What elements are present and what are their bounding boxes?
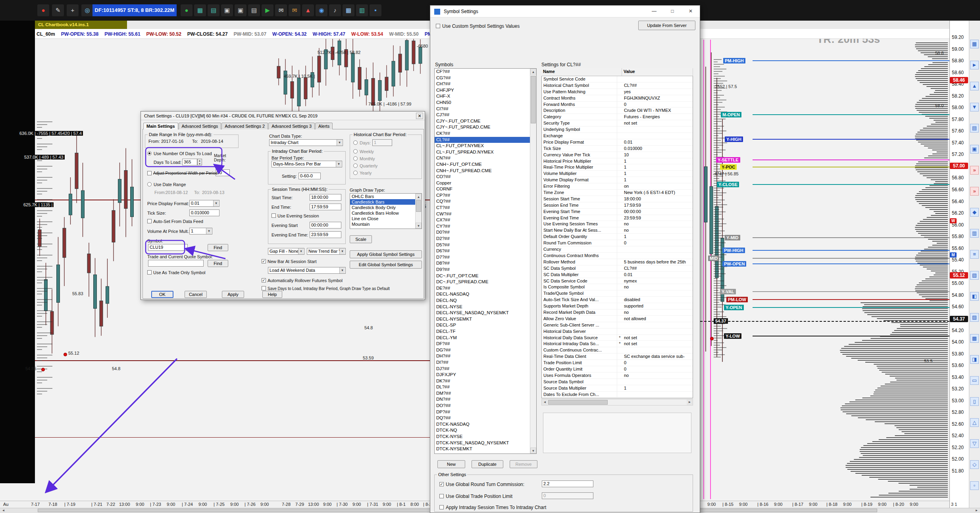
trade-only-checkbox[interactable] bbox=[147, 270, 152, 275]
symbol-list-item[interactable]: DM?## bbox=[435, 390, 530, 397]
historical-yearly-radio[interactable] bbox=[353, 171, 358, 175]
settings-table-row[interactable]: Session Start Time18:00:00 bbox=[542, 196, 693, 202]
symbol-input[interactable]: CLU19 bbox=[148, 244, 188, 251]
settings-table-row[interactable]: DescriptionCrude Oil WTI - NYMEX bbox=[542, 108, 693, 114]
symbol-list-item[interactable]: CN?## bbox=[435, 155, 530, 161]
expand-up-icon[interactable]: ▲ bbox=[970, 82, 979, 90]
settings-table-row[interactable]: Custom Continuous Contrac... bbox=[542, 347, 693, 354]
symbol-list-item[interactable]: CL?## bbox=[435, 137, 530, 143]
symbol-list-item[interactable]: CP?## bbox=[435, 192, 530, 199]
dom-panel-icon[interactable]: ▣ bbox=[970, 145, 979, 154]
settings-table-row[interactable]: Generic Sub-Client Server ... bbox=[542, 322, 693, 329]
symbol-list-item[interactable]: CJ?## bbox=[435, 112, 530, 118]
symbol-list-item[interactable]: CI?## bbox=[435, 106, 530, 112]
use-date-range-radio[interactable] bbox=[147, 182, 152, 186]
symbol-list-item[interactable]: CL~.FUT_OPT.NYMEX bbox=[435, 143, 530, 149]
settings-table-row[interactable]: Auto-Set Tick Size And Val...disabled bbox=[542, 297, 693, 303]
tick-size-input[interactable]: 0.010000 bbox=[189, 209, 219, 216]
cancel-button[interactable]: Cancel bbox=[185, 291, 207, 298]
settings-table-row[interactable]: Evening Start Time00:00:00 bbox=[542, 209, 693, 215]
rect-tool-icon[interactable]: ▭ bbox=[970, 376, 979, 385]
market-depth-input[interactable]: 10 bbox=[216, 169, 230, 176]
fast-forward-icon[interactable]: » bbox=[970, 166, 979, 175]
symbol-list-item[interactable]: CH?## bbox=[435, 81, 530, 87]
settings-table-row[interactable]: Real-Time Price Multiplier1 bbox=[542, 164, 693, 171]
new-bar-at-session-start-checkbox[interactable] bbox=[262, 259, 266, 263]
settings-table-row[interactable]: Contract MonthsFGHJKMNQUVXZ bbox=[542, 95, 693, 102]
evening-end-input[interactable]: 23:59:59 bbox=[310, 231, 341, 238]
settings-table-row[interactable]: Order Quantity Limit0 bbox=[542, 366, 693, 373]
symbol-list-item[interactable]: CORNF bbox=[435, 186, 530, 192]
settings-table-row[interactable]: Trade Position Limit0 bbox=[542, 360, 693, 366]
apply-button[interactable]: Apply bbox=[222, 291, 244, 298]
symbol-list-item[interactable]: DP?## bbox=[435, 409, 530, 415]
price-display-format-select[interactable]: 0.01 bbox=[189, 200, 219, 207]
adjust-width-checkbox[interactable] bbox=[147, 171, 152, 175]
spreadsheet-icon[interactable]: ▤ bbox=[208, 4, 219, 16]
settings-table[interactable]: Symbol Service CodeHistorical Chart Symb… bbox=[541, 76, 693, 398]
calculator-icon[interactable]: ▥ bbox=[356, 4, 368, 16]
symbol-list-item[interactable]: DF?## bbox=[435, 341, 530, 347]
settings-table-row[interactable]: Price Display Format0.01 bbox=[542, 139, 693, 146]
settings-table-row[interactable]: Historical Daily Data Source*not set bbox=[542, 335, 693, 341]
symbol-list-item[interactable]: DH?## bbox=[435, 353, 530, 359]
settings-table-hscrollbar[interactable] bbox=[541, 399, 693, 405]
symbol-list-item[interactable]: CNH~.FUT_SPREAD.CME bbox=[435, 168, 530, 174]
symbol-list-item[interactable]: DTCK-NYSE bbox=[435, 434, 530, 440]
settings-table-row[interactable]: Session End Time17:59:59 bbox=[542, 202, 693, 209]
symbol-list-item[interactable]: DECL-TF bbox=[435, 329, 530, 335]
settings-table-row[interactable]: Volume Multiplier1 bbox=[542, 171, 693, 177]
settings-table-row[interactable]: SC Data SymbolCL?## bbox=[542, 265, 693, 272]
evening-start-input[interactable]: 00:00:00 bbox=[310, 222, 341, 229]
help-button[interactable]: Help bbox=[262, 291, 282, 298]
lock-icon[interactable]: ▪ bbox=[370, 4, 381, 16]
symbol-list-item[interactable]: D7?## bbox=[435, 254, 530, 261]
symbol-list-item[interactable]: CHN50 bbox=[435, 100, 530, 106]
symbol-list-item[interactable]: CNH~.FUT_OPT.CME bbox=[435, 161, 530, 168]
settings-table-row[interactable]: Historical Price Multiplier1 bbox=[542, 158, 693, 165]
symbol-list-item[interactable]: DECL-NYSE bbox=[435, 304, 530, 310]
symbol-list-item[interactable]: DTCK-NQ bbox=[435, 427, 530, 434]
list-scrollbar[interactable]: ▲▼ bbox=[415, 194, 422, 229]
days-to-load-stepper[interactable] bbox=[197, 159, 202, 165]
globe-icon[interactable]: ◉ bbox=[316, 4, 327, 16]
settings-table-row[interactable]: Time ZoneNew York (-5 EST/-4 EDT) bbox=[542, 190, 693, 196]
settings-table-row[interactable]: Uses Formula Operatorsno bbox=[542, 373, 693, 379]
tab-advanced-settings-3[interactable]: Advanced Settings 3 bbox=[268, 123, 315, 129]
global-round-turn-commission-input[interactable]: 2.2 bbox=[542, 480, 593, 487]
maximize-icon[interactable]: □ bbox=[663, 6, 682, 17]
symbol-list-item[interactable]: CJY~.FUT_OPT.CME bbox=[435, 118, 530, 125]
symbol-list-item[interactable]: D0?## bbox=[435, 229, 530, 236]
symbol-list-item[interactable]: CHF-X bbox=[435, 93, 530, 100]
menu-icon[interactable]: ≡ bbox=[970, 250, 979, 259]
chart-grid-icon[interactable]: ▦ bbox=[194, 4, 206, 16]
tab-main-settings[interactable]: Main Settings bbox=[143, 123, 178, 129]
symbol-list-item[interactable]: DECL-SP bbox=[435, 322, 530, 329]
global-trade-position-limit-input[interactable]: 0 bbox=[542, 492, 593, 499]
symbol-list-item[interactable]: CK?## bbox=[435, 131, 530, 137]
symbol-list-item[interactable]: DECL-YM bbox=[435, 335, 530, 341]
settings-table-row[interactable]: Source Data Symbol bbox=[542, 379, 693, 385]
half-left-icon[interactable]: ◧ bbox=[970, 292, 979, 301]
symbol-list-item[interactable]: D9?## bbox=[435, 267, 530, 273]
use-days-to-load-radio[interactable] bbox=[147, 151, 152, 156]
settings-table-row[interactable]: Is Composite Symbolno bbox=[542, 284, 693, 290]
audio-icon[interactable]: ♪ bbox=[329, 4, 341, 16]
symbol-list-item[interactable]: DO?## bbox=[435, 403, 530, 409]
symbol-list-item[interactable]: CQ?## bbox=[435, 198, 530, 205]
global-round-turn-commission-checkbox[interactable] bbox=[439, 482, 444, 486]
settings-table-row[interactable]: Exchange bbox=[542, 133, 693, 139]
find-trade-symbol-button[interactable]: Find bbox=[208, 260, 228, 267]
pointer-tool-icon[interactable]: ► bbox=[970, 61, 979, 69]
save-icon[interactable]: ▣ bbox=[221, 4, 233, 16]
symbol-list-item[interactable]: CHFJPY bbox=[435, 87, 530, 94]
symbol-list-item[interactable]: DI?## bbox=[435, 359, 530, 366]
symbol-list-item[interactable]: CG?## bbox=[435, 75, 530, 81]
symbol-list-item[interactable]: CJY~.FUT_SPREAD.CME bbox=[435, 124, 530, 131]
new-symbol-button[interactable]: New bbox=[437, 460, 465, 468]
apply-global-symbol-settings-button[interactable]: Apply Global Symbol Settings bbox=[350, 250, 422, 258]
symbol-list-item[interactable]: DN?## bbox=[435, 396, 530, 403]
update-from-server-button[interactable]: Update From Server bbox=[638, 21, 695, 30]
bar-period-setting-input[interactable]: 0-60-0 bbox=[298, 173, 321, 179]
new-trend-bar-select[interactable]: New Trend Bar V... bbox=[307, 248, 346, 255]
